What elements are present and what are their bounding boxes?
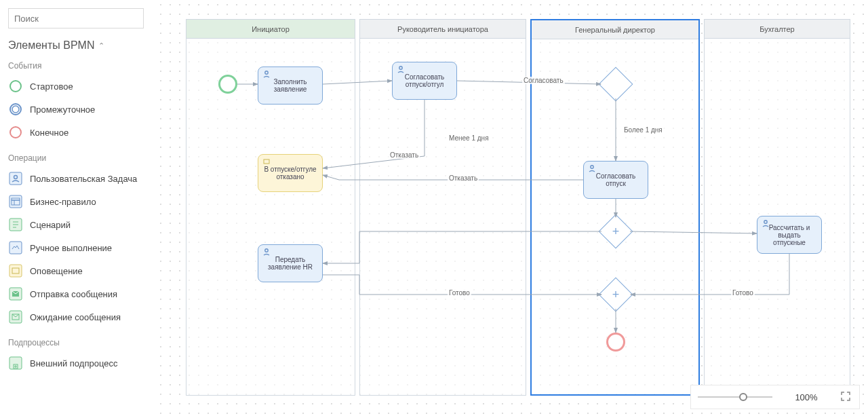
send-message-icon bbox=[8, 286, 23, 301]
edge-label-deny-2: Отказать bbox=[448, 174, 479, 182]
fullscreen-icon[interactable] bbox=[840, 391, 852, 403]
palette-item-label: Ожидание сообщения bbox=[30, 312, 121, 322]
edge-label-more-1-day: Более 1 дня bbox=[623, 126, 664, 134]
palette-item-label: Сценарий bbox=[30, 220, 71, 230]
task-fill-application[interactable]: Заполнить заявление bbox=[258, 67, 323, 105]
palette-manual[interactable]: Ручное выполнение bbox=[8, 236, 148, 259]
user-icon bbox=[762, 219, 770, 229]
palette-receive-message[interactable]: Ожидание сообщения bbox=[8, 305, 148, 328]
svg-point-2 bbox=[12, 106, 19, 113]
alert-icon bbox=[262, 157, 271, 167]
group-label-sub: Подпроцессы bbox=[8, 338, 148, 347]
alert-icon bbox=[8, 263, 23, 278]
lane-header: Руководитель инициатора bbox=[360, 20, 526, 39]
task-approve-vacation[interactable]: Согласовать отпуск bbox=[583, 161, 648, 199]
task-label: Заполнить заявление bbox=[262, 78, 318, 93]
start-event[interactable] bbox=[218, 75, 237, 94]
svg-point-25 bbox=[265, 249, 268, 252]
user-icon bbox=[397, 65, 405, 75]
svg-point-26 bbox=[591, 166, 593, 168]
palette-item-label: Отправка сообщения bbox=[30, 289, 117, 299]
palette-item-label: Пользовательская Задача bbox=[30, 174, 137, 184]
diagram-canvas[interactable]: Инициатор Руководитель инициатора Генера… bbox=[156, 0, 868, 416]
task-label: В отпуске/отгуле отказано bbox=[262, 166, 318, 181]
receive-message-icon bbox=[8, 309, 23, 324]
svg-point-23 bbox=[399, 67, 402, 69]
plus-icon: + bbox=[604, 283, 627, 306]
task-label: Согласовать отпуск bbox=[588, 172, 644, 187]
script-icon bbox=[8, 217, 23, 232]
manual-icon bbox=[8, 240, 23, 255]
user-task-icon bbox=[8, 171, 23, 186]
edge-label-deny-1: Отказать bbox=[389, 151, 420, 159]
palette-start-event[interactable]: Стартовое bbox=[8, 75, 148, 98]
zoom-thumb[interactable] bbox=[739, 393, 747, 401]
intermediate-event-icon bbox=[8, 102, 23, 117]
svg-point-0 bbox=[10, 81, 21, 92]
task-label: Рассчитать и выдать отпускные bbox=[762, 224, 817, 246]
zoom-bar: 100% bbox=[690, 385, 860, 409]
user-icon bbox=[262, 248, 271, 257]
palette-item-label: Конечное bbox=[30, 128, 68, 138]
lane-accountant[interactable]: Бухгалтер bbox=[704, 19, 850, 396]
user-icon bbox=[262, 70, 271, 79]
palette-alert[interactable]: Оповещение bbox=[8, 259, 148, 282]
end-event-icon bbox=[8, 125, 23, 140]
svg-point-27 bbox=[764, 221, 767, 223]
palette-item-label: Внешний подпроцесс bbox=[30, 358, 117, 368]
palette-item-label: Ручное выполнение bbox=[30, 243, 112, 253]
task-denied[interactable]: В отпуске/отгуле отказано bbox=[258, 154, 323, 192]
group-label-ops: Операции bbox=[8, 153, 148, 163]
elements-panel-toggle[interactable]: Элементы BPMN ⌃ bbox=[8, 39, 148, 52]
task-label: Согласовать отпуск/отгул bbox=[397, 73, 452, 88]
svg-rect-24 bbox=[264, 159, 269, 164]
task-label: Передать заявление HR bbox=[262, 256, 318, 271]
business-rule-icon bbox=[8, 194, 23, 209]
palette-business-rule[interactable]: Бизнес-правило bbox=[8, 190, 148, 213]
svg-rect-12 bbox=[9, 265, 22, 277]
svg-point-3 bbox=[10, 127, 21, 138]
palette-item-label: Оповещение bbox=[30, 266, 83, 276]
chevron-up-icon: ⌃ bbox=[98, 41, 104, 50]
edge-label-approve: Согласовать bbox=[522, 77, 565, 84]
task-calculate-pay[interactable]: Рассчитать и выдать отпускные bbox=[757, 216, 822, 254]
palette-item-label: Стартовое bbox=[30, 81, 73, 92]
palette-send-message[interactable]: Отправка сообщения bbox=[8, 282, 148, 305]
lane-header: Инициатор bbox=[186, 20, 355, 39]
lane-header: Бухгалтер bbox=[705, 20, 850, 39]
zoom-label: 100% bbox=[783, 392, 829, 402]
end-event[interactable] bbox=[606, 333, 625, 352]
zoom-slider[interactable] bbox=[698, 396, 772, 398]
task-hr[interactable]: Передать заявление HR bbox=[258, 244, 323, 282]
palette-item-label: Промежуточное bbox=[30, 105, 95, 115]
group-label-events: События bbox=[8, 61, 148, 71]
palette-script[interactable]: Сценарий bbox=[8, 213, 148, 236]
sidebar: Элементы BPMN ⌃ События Стартовое Промеж… bbox=[0, 0, 156, 416]
palette-end-event[interactable]: Конечное bbox=[8, 121, 148, 144]
plus-icon: + bbox=[604, 220, 627, 243]
svg-point-22 bbox=[265, 71, 268, 74]
edge-label-done-1: Готово bbox=[448, 289, 471, 297]
palette-item-label: Бизнес-правило bbox=[30, 197, 96, 207]
panel-title-label: Элементы BPMN bbox=[8, 39, 94, 52]
palette-intermediate-event[interactable]: Промежуточное bbox=[8, 98, 148, 121]
lane-header: Генеральный директор bbox=[532, 20, 698, 39]
palette-user-task[interactable]: Пользовательская Задача bbox=[8, 167, 148, 190]
edge-label-less-1-day: Менее 1 дня bbox=[448, 134, 490, 142]
user-icon bbox=[588, 164, 596, 174]
palette-external-subprocess[interactable]: Внешний подпроцесс bbox=[8, 352, 148, 375]
task-approve-leave[interactable]: Согласовать отпуск/отгул bbox=[392, 62, 457, 100]
search-input[interactable] bbox=[8, 8, 144, 29]
edge-label-done-2: Готово bbox=[731, 289, 755, 297]
subprocess-icon bbox=[8, 356, 23, 371]
start-event-icon bbox=[8, 79, 23, 94]
